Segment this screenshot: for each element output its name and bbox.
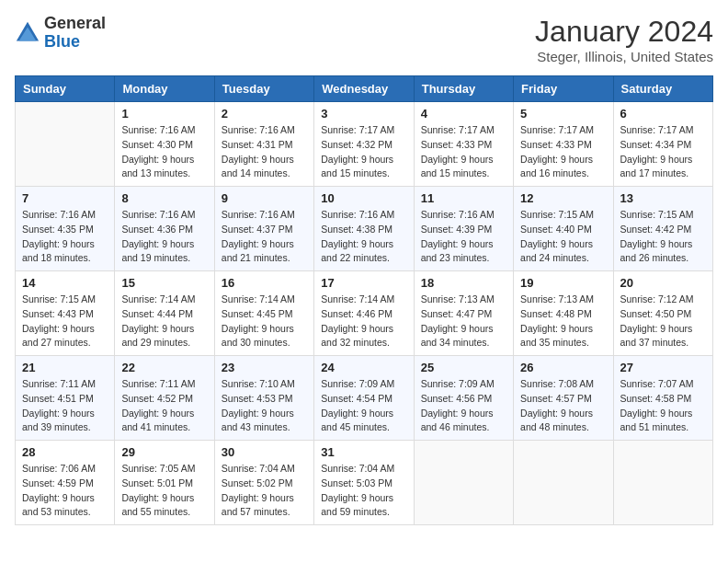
calendar-cell: 22Sunrise: 7:11 AMSunset: 4:52 PMDayligh… [115,356,214,441]
calendar-cell: 13Sunrise: 7:15 AMSunset: 4:42 PMDayligh… [613,187,712,271]
day-info: Sunrise: 7:14 AMSunset: 4:44 PMDaylight:… [121,293,207,350]
day-info: Sunrise: 7:16 AMSunset: 4:36 PMDaylight:… [121,208,207,266]
calendar-cell: 8Sunrise: 7:16 AMSunset: 4:36 PMDaylight… [115,187,214,271]
day-info: Sunrise: 7:04 AMSunset: 5:02 PMDaylight:… [222,462,307,520]
calendar-cell: 30Sunrise: 7:04 AMSunset: 5:02 PMDayligh… [214,441,313,525]
day-number: 24 [321,361,406,374]
day-number: 28 [22,445,108,459]
day-info: Sunrise: 7:13 AMSunset: 4:48 PMDaylight:… [520,293,606,350]
logo-general: General [44,14,106,32]
calendar-cell: 7Sunrise: 7:16 AMSunset: 4:35 PMDaylight… [16,187,115,271]
day-number: 23 [222,361,307,374]
day-info: Sunrise: 7:04 AMSunset: 5:03 PMDaylight:… [321,462,406,520]
day-info: Sunrise: 7:16 AMSunset: 4:37 PMDaylight:… [222,208,307,266]
day-number: 8 [121,191,207,205]
weekday-header-row: SundayMondayTuesdayWednesdayThursdayFrid… [16,76,713,102]
day-number: 9 [222,191,307,205]
day-number: 10 [321,191,406,205]
day-number: 22 [121,361,207,374]
calendar-cell: 19Sunrise: 7:13 AMSunset: 4:48 PMDayligh… [514,271,613,356]
calendar-cell: 9Sunrise: 7:16 AMSunset: 4:37 PMDaylight… [214,187,313,271]
day-number: 17 [321,276,406,290]
calendar-cell [514,441,613,525]
day-number: 21 [22,361,108,374]
day-info: Sunrise: 7:16 AMSunset: 4:35 PMDaylight:… [22,208,108,266]
day-info: Sunrise: 7:11 AMSunset: 4:51 PMDaylight:… [22,377,108,435]
day-number: 5 [520,107,606,121]
calendar-title: January 2024 [535,15,713,49]
calendar-cell: 27Sunrise: 7:07 AMSunset: 4:58 PMDayligh… [613,356,712,441]
weekday-header-thursday: Thursday [414,76,513,102]
calendar-cell: 4Sunrise: 7:17 AMSunset: 4:33 PMDaylight… [414,102,513,187]
weekday-header-saturday: Saturday [613,76,712,102]
day-number: 27 [620,361,706,374]
weekday-header-friday: Friday [514,76,613,102]
day-number: 4 [421,107,506,121]
calendar-cell [16,102,115,187]
day-number: 2 [222,107,307,121]
day-info: Sunrise: 7:11 AMSunset: 4:52 PMDaylight:… [121,377,207,435]
day-info: Sunrise: 7:09 AMSunset: 4:56 PMDaylight:… [421,377,506,435]
day-number: 19 [520,276,606,290]
day-number: 12 [520,191,606,205]
calendar-cell: 24Sunrise: 7:09 AMSunset: 4:54 PMDayligh… [314,356,414,441]
day-number: 30 [222,445,307,459]
day-number: 20 [620,276,706,290]
week-row-4: 21Sunrise: 7:11 AMSunset: 4:51 PMDayligh… [16,356,713,441]
calendar-subtitle: Steger, Illinois, United States [535,49,713,64]
calendar-cell: 16Sunrise: 7:14 AMSunset: 4:45 PMDayligh… [214,271,313,356]
day-number: 11 [421,191,506,205]
day-info: Sunrise: 7:07 AMSunset: 4:58 PMDaylight:… [620,377,706,435]
day-number: 26 [520,361,606,374]
day-info: Sunrise: 7:08 AMSunset: 4:57 PMDaylight:… [520,377,606,435]
day-number: 7 [22,191,108,205]
calendar-cell: 15Sunrise: 7:14 AMSunset: 4:44 PMDayligh… [115,271,214,356]
calendar-cell [613,441,712,525]
day-info: Sunrise: 7:05 AMSunset: 5:01 PMDaylight:… [121,462,207,520]
day-info: Sunrise: 7:14 AMSunset: 4:46 PMDaylight:… [321,293,406,350]
week-row-5: 28Sunrise: 7:06 AMSunset: 4:59 PMDayligh… [16,441,713,525]
logo-icon [15,20,40,46]
weekday-header-wednesday: Wednesday [314,76,414,102]
day-info: Sunrise: 7:15 AMSunset: 4:43 PMDaylight:… [22,293,108,350]
calendar-cell: 31Sunrise: 7:04 AMSunset: 5:03 PMDayligh… [314,441,414,525]
calendar-cell: 10Sunrise: 7:16 AMSunset: 4:38 PMDayligh… [314,187,414,271]
calendar-cell: 18Sunrise: 7:13 AMSunset: 4:47 PMDayligh… [414,271,513,356]
day-info: Sunrise: 7:16 AMSunset: 4:39 PMDaylight:… [421,208,506,266]
title-block: January 2024 Steger, Illinois, United St… [535,15,713,64]
calendar-cell: 29Sunrise: 7:05 AMSunset: 5:01 PMDayligh… [115,441,214,525]
day-info: Sunrise: 7:12 AMSunset: 4:50 PMDaylight:… [620,293,706,350]
calendar-cell: 5Sunrise: 7:17 AMSunset: 4:33 PMDaylight… [514,102,613,187]
week-row-2: 7Sunrise: 7:16 AMSunset: 4:35 PMDaylight… [16,187,713,271]
calendar-cell: 26Sunrise: 7:08 AMSunset: 4:57 PMDayligh… [514,356,613,441]
day-info: Sunrise: 7:17 AMSunset: 4:32 PMDaylight:… [321,123,406,181]
day-number: 16 [222,276,307,290]
day-number: 3 [321,107,406,121]
day-number: 13 [620,191,706,205]
day-info: Sunrise: 7:16 AMSunset: 4:38 PMDaylight:… [321,208,406,266]
calendar-cell: 21Sunrise: 7:11 AMSunset: 4:51 PMDayligh… [16,356,115,441]
weekday-header-tuesday: Tuesday [214,76,313,102]
logo: General Blue [15,15,106,52]
day-number: 18 [421,276,506,290]
day-number: 1 [121,107,207,121]
calendar-table: SundayMondayTuesdayWednesdayThursdayFrid… [15,75,713,525]
day-info: Sunrise: 7:17 AMSunset: 4:33 PMDaylight:… [421,123,506,181]
day-info: Sunrise: 7:17 AMSunset: 4:34 PMDaylight:… [620,123,706,181]
day-info: Sunrise: 7:09 AMSunset: 4:54 PMDaylight:… [321,377,406,435]
calendar-cell: 14Sunrise: 7:15 AMSunset: 4:43 PMDayligh… [16,271,115,356]
day-info: Sunrise: 7:17 AMSunset: 4:33 PMDaylight:… [520,123,606,181]
calendar-cell: 11Sunrise: 7:16 AMSunset: 4:39 PMDayligh… [414,187,513,271]
calendar-cell: 25Sunrise: 7:09 AMSunset: 4:56 PMDayligh… [414,356,513,441]
page-header: General Blue January 2024 Steger, Illino… [15,15,713,64]
calendar-cell: 3Sunrise: 7:17 AMSunset: 4:32 PMDaylight… [314,102,414,187]
logo-blue: Blue [44,32,80,51]
calendar-cell: 12Sunrise: 7:15 AMSunset: 4:40 PMDayligh… [514,187,613,271]
day-number: 31 [321,445,406,459]
day-info: Sunrise: 7:14 AMSunset: 4:45 PMDaylight:… [222,293,307,350]
calendar-cell: 23Sunrise: 7:10 AMSunset: 4:53 PMDayligh… [214,356,313,441]
day-info: Sunrise: 7:13 AMSunset: 4:47 PMDaylight:… [421,293,506,350]
calendar-cell: 6Sunrise: 7:17 AMSunset: 4:34 PMDaylight… [613,102,712,187]
day-number: 29 [121,445,207,459]
week-row-1: 1Sunrise: 7:16 AMSunset: 4:30 PMDaylight… [16,102,713,187]
